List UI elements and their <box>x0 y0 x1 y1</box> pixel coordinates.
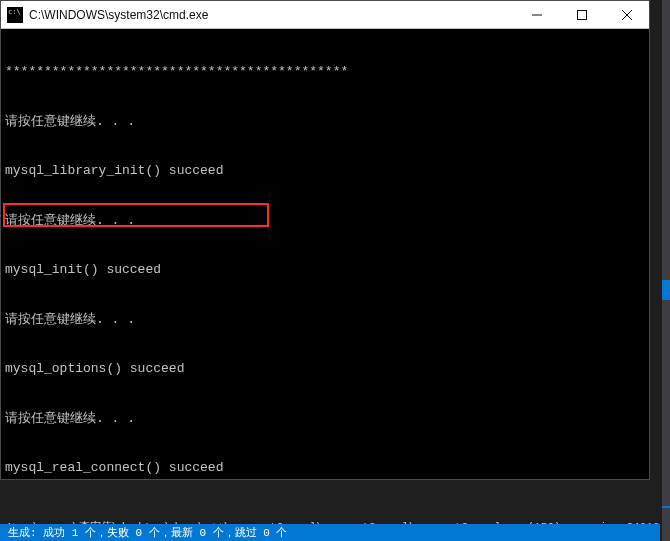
minimize-button[interactable] <box>514 1 559 28</box>
output-line: mysql_real_connect() succeed <box>5 460 645 477</box>
output-line: ****************************************… <box>5 64 645 81</box>
scroll-marker <box>662 506 670 508</box>
cmd-icon <box>7 7 23 23</box>
cmd-window: C:\WINDOWS\system32\cmd.exe ************… <box>0 0 650 480</box>
output-line: mysql_init() succeed <box>5 262 645 279</box>
output-line: 请按任意键继续. . . <box>5 312 645 329</box>
close-button[interactable] <box>604 1 649 28</box>
ide-status-bar: 生成: 成功 1 个，失败 0 个，最新 0 个，跳过 0 个 <box>0 524 660 541</box>
scroll-thumb[interactable] <box>662 280 670 300</box>
output-line: mysql_library_init() succeed <box>5 163 645 180</box>
output-line: mysql_options() succeed <box>5 361 645 378</box>
titlebar[interactable]: C:\WINDOWS\system32\cmd.exe <box>1 1 649 29</box>
svg-rect-1 <box>577 10 586 19</box>
maximize-button[interactable] <box>559 1 604 28</box>
window-title: C:\WINDOWS\system32\cmd.exe <box>23 8 514 22</box>
output-line: 请按任意键继续. . . <box>5 114 645 131</box>
build-summary: 生成: 成功 1 个，失败 0 个，最新 0 个，跳过 0 个 <box>8 527 287 539</box>
console-output: ****************************************… <box>1 29 649 479</box>
output-line: 请按任意键继续. . . <box>5 411 645 428</box>
ide-scrollbar[interactable] <box>662 0 670 541</box>
output-line: 请按任意键继续. . . <box>5 213 645 230</box>
